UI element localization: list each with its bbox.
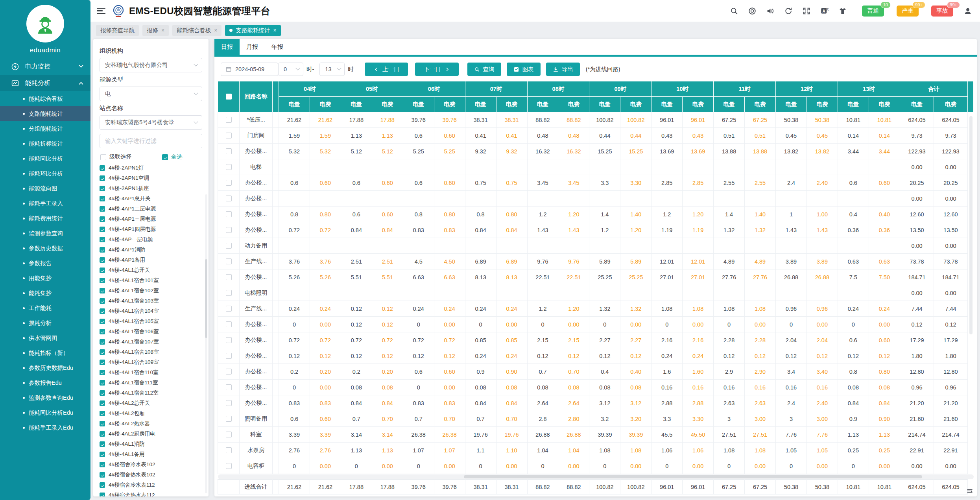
next-day-button[interactable]: 下一日 bbox=[415, 63, 459, 76]
tree-item[interactable]: 4#楼宿舍冷水表112 bbox=[100, 480, 202, 490]
sidebar-item-供水管网图[interactable]: 供水管网图 bbox=[0, 330, 90, 345]
checkbox[interactable] bbox=[100, 482, 105, 488]
horizontal-scrollbar-thumb[interactable] bbox=[464, 475, 922, 478]
tree-item[interactable]: 4#楼-4AL2厨房用电 bbox=[100, 429, 202, 439]
tree-item[interactable]: 4#楼-4AP1二层电源 bbox=[100, 204, 202, 214]
energy-type-select[interactable]: 电 bbox=[100, 87, 202, 101]
hour-end-select[interactable]: 13 bbox=[319, 63, 345, 76]
checkbox[interactable] bbox=[100, 452, 105, 457]
tree-item[interactable]: 4#楼-4AL2总开关 bbox=[100, 398, 202, 408]
sidebar-item-能耗手工录入[interactable]: 能耗手工录入 bbox=[0, 196, 90, 211]
prev-day-button[interactable]: 上一日 bbox=[365, 63, 408, 76]
checkbox[interactable] bbox=[100, 227, 105, 232]
cascade-checkbox[interactable] bbox=[100, 154, 106, 160]
tree-item[interactable]: 4#楼-4AL1宿舍103室 bbox=[100, 296, 202, 306]
table-settings-icon[interactable] bbox=[966, 487, 973, 494]
row-checkbox[interactable] bbox=[226, 164, 232, 170]
checkbox[interactable] bbox=[100, 400, 105, 406]
row-checkbox[interactable] bbox=[226, 463, 232, 469]
hamburger-icon[interactable] bbox=[97, 8, 105, 14]
date-picker[interactable]: 2024-05-09 bbox=[221, 63, 278, 76]
customer-service-icon[interactable] bbox=[748, 7, 757, 15]
row-checkbox[interactable] bbox=[226, 148, 232, 154]
checkbox[interactable] bbox=[100, 268, 105, 273]
tree-item[interactable]: 4#楼宿舍冷水表102 bbox=[100, 459, 202, 470]
checkbox[interactable] bbox=[100, 441, 105, 447]
checkbox[interactable] bbox=[100, 288, 105, 293]
row-checkbox[interactable] bbox=[226, 227, 232, 233]
sidebar-item-参数历史数据Edu[interactable]: 参数历史数据Edu bbox=[0, 360, 90, 375]
checkbox[interactable] bbox=[100, 216, 105, 222]
sidebar-item-参数报告[interactable]: 参数报告 bbox=[0, 256, 90, 271]
checkbox[interactable] bbox=[100, 308, 105, 314]
tree-item[interactable]: 4#楼-4AP1备用 bbox=[100, 255, 202, 265]
table-vertical-scrollbar[interactable] bbox=[969, 116, 973, 334]
tree-item[interactable]: 4#楼宿舍热水表112 bbox=[100, 490, 202, 496]
row-checkbox[interactable] bbox=[226, 117, 232, 123]
user-icon[interactable] bbox=[963, 7, 972, 15]
row-checkbox[interactable] bbox=[226, 400, 232, 406]
export-button[interactable]: 导出 bbox=[546, 63, 580, 76]
sidebar-item-监测参数查询[interactable]: 监测参数查询 bbox=[0, 226, 90, 241]
row-checkbox[interactable] bbox=[226, 369, 232, 375]
translate-icon[interactable]: A 文 bbox=[820, 7, 829, 15]
tree-item[interactable]: 4#楼-4AL1宿舍110室 bbox=[100, 367, 202, 378]
tree-item[interactable]: 4#楼-4AP1总开关 bbox=[100, 194, 202, 204]
tree-item[interactable]: 4#楼-4AL2包厢 bbox=[100, 408, 202, 419]
search-icon[interactable] bbox=[730, 7, 738, 15]
tree-item[interactable]: 4#楼-4AL1宿舍111室 bbox=[100, 378, 202, 388]
query-button[interactable]: 查询 bbox=[467, 63, 501, 76]
tree-item[interactable]: 4#楼-2APN1插座 bbox=[100, 183, 202, 194]
row-checkbox[interactable] bbox=[226, 258, 232, 264]
tree-item[interactable]: 4#楼-4AL1总开关 bbox=[100, 265, 202, 275]
workspace-tab-能耗综合看板[interactable]: 能耗综合看板× bbox=[172, 25, 221, 36]
checkbox[interactable] bbox=[100, 493, 105, 496]
sidebar-item-能耗综合看板[interactable]: 能耗综合看板 bbox=[0, 91, 90, 106]
checkbox[interactable] bbox=[100, 165, 105, 171]
tree-item[interactable]: 4#楼-4AL1宿舍108室 bbox=[100, 347, 202, 357]
checkbox[interactable] bbox=[100, 339, 105, 345]
select-all-checkbox[interactable] bbox=[162, 154, 168, 160]
row-checkbox[interactable] bbox=[226, 447, 232, 453]
row-checkbox[interactable] bbox=[226, 133, 232, 138]
tree-item[interactable]: 4#楼-4AL1宿舍101室 bbox=[100, 275, 202, 286]
tree-item[interactable]: 4#楼-4AP1三层电源 bbox=[100, 214, 202, 224]
row-checkbox[interactable] bbox=[226, 211, 232, 217]
checkbox[interactable] bbox=[100, 370, 105, 375]
checkbox[interactable] bbox=[100, 472, 105, 478]
row-checkbox[interactable] bbox=[226, 337, 232, 343]
org-select[interactable]: 安科瑞电气股份有限公司 bbox=[100, 58, 202, 72]
tree-item[interactable]: 4#楼-4AL1宿舍104室 bbox=[100, 306, 202, 316]
close-icon[interactable]: × bbox=[273, 28, 276, 33]
tree-item[interactable]: 4#楼-4AP1四层电源 bbox=[100, 224, 202, 234]
chart-button[interactable]: 图表 bbox=[507, 63, 541, 76]
sidebar-item-能耗费用统计[interactable]: 能耗费用统计 bbox=[0, 211, 90, 226]
row-checkbox[interactable] bbox=[226, 321, 232, 327]
tree-scrollbar[interactable] bbox=[205, 194, 207, 493]
checkbox[interactable] bbox=[100, 421, 105, 426]
checkbox[interactable] bbox=[100, 175, 105, 181]
tree-item[interactable]: 4#楼-2APN1空调 bbox=[100, 173, 202, 183]
sidebar-item-能耗手工录入Edu[interactable]: 能耗手工录入Edu bbox=[0, 420, 90, 435]
checkbox[interactable] bbox=[100, 298, 105, 304]
sidebar-item-能耗同比分析Edu[interactable]: 能耗同比分析Edu bbox=[0, 405, 90, 420]
sidebar-item-能耗同比分析[interactable]: 能耗同比分析 bbox=[0, 151, 90, 166]
checkbox[interactable] bbox=[100, 237, 105, 242]
station-select[interactable]: 安科瑞东盟路5号4号楼食堂 bbox=[100, 115, 202, 130]
sidebar-item-能源流向图[interactable]: 能源流向图 bbox=[0, 181, 90, 196]
tree-item[interactable]: 4#楼-4AL1备用 bbox=[100, 449, 202, 459]
checkbox[interactable] bbox=[100, 380, 105, 386]
sidebar-item-能耗指标（新）[interactable]: 能耗指标（新） bbox=[0, 345, 90, 360]
checkbox[interactable] bbox=[100, 278, 105, 283]
tree-item[interactable]: 4#楼-4AL1宿舍106室 bbox=[100, 327, 202, 337]
sidebar-item-power-monitoring[interactable]: 电力监控 bbox=[0, 58, 90, 75]
row-checkbox[interactable] bbox=[226, 180, 232, 186]
row-checkbox[interactable] bbox=[226, 196, 232, 201]
row-checkbox[interactable] bbox=[226, 290, 232, 296]
checkbox[interactable] bbox=[100, 360, 105, 365]
checkbox[interactable] bbox=[100, 196, 105, 201]
checkbox[interactable] bbox=[100, 186, 105, 191]
row-checkbox[interactable] bbox=[226, 243, 232, 249]
hour-start-select[interactable]: 0 bbox=[278, 63, 303, 76]
sidebar-item-能耗集抄[interactable]: 能耗集抄 bbox=[0, 286, 90, 301]
